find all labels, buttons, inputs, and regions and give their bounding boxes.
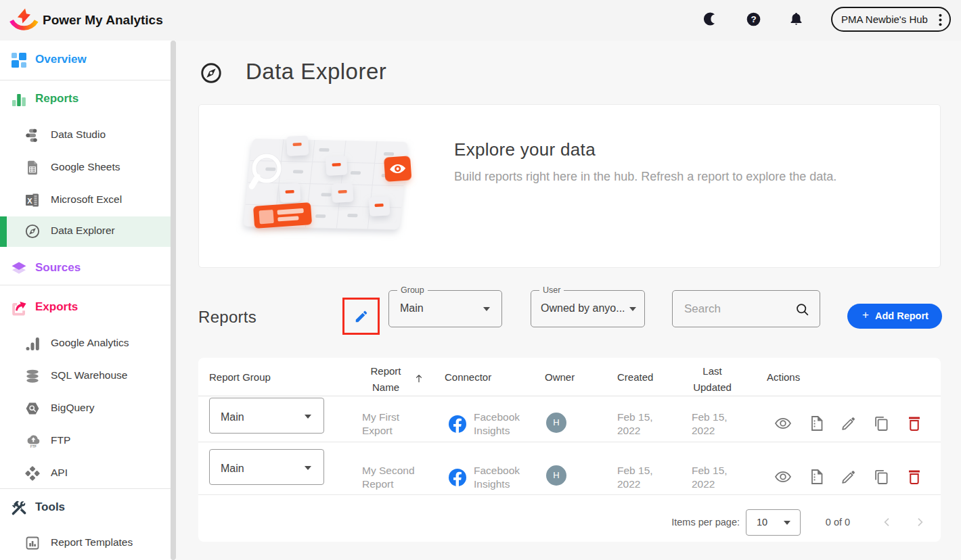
- svg-text:?: ?: [751, 14, 756, 24]
- svg-text:X: X: [27, 197, 32, 205]
- svg-text:FTP: FTP: [30, 445, 37, 448]
